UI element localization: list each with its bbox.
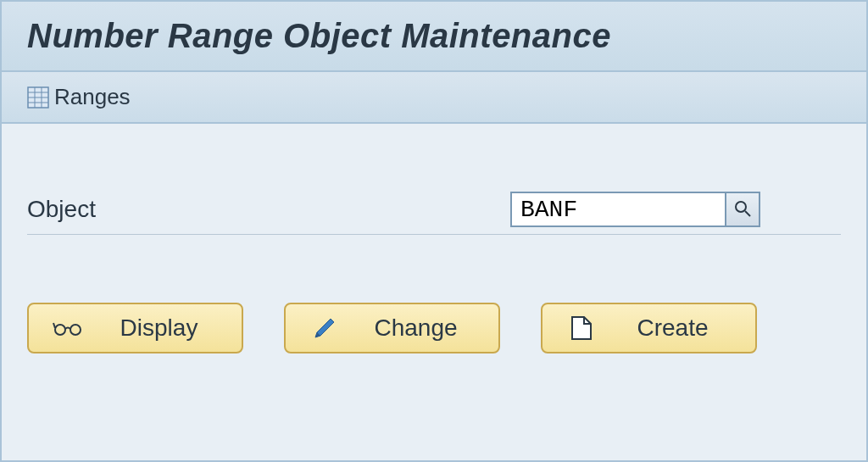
action-buttons-row: Display Change Create: [27, 303, 841, 353]
display-label: Display: [100, 314, 218, 342]
ranges-label[interactable]: Ranges: [54, 84, 131, 110]
toolbar: Ranges: [2, 72, 866, 124]
page-title: Number Range Object Maintenance: [27, 17, 841, 55]
object-label: Object: [27, 196, 510, 223]
change-button[interactable]: Change: [284, 303, 500, 353]
object-search-button[interactable]: [726, 192, 760, 227]
glasses-icon: [53, 320, 83, 337]
title-bar: Number Range Object Maintenance: [2, 2, 866, 72]
content-area: Object: [2, 124, 866, 387]
create-button[interactable]: Create: [541, 303, 757, 353]
window-frame: Number Range Object Maintenance Ranges O…: [0, 0, 868, 462]
svg-line-10: [53, 323, 55, 328]
search-icon: [733, 199, 752, 220]
object-input[interactable]: [510, 192, 726, 227]
create-label: Create: [614, 314, 732, 342]
document-icon: [566, 315, 597, 341]
svg-point-9: [70, 325, 81, 335]
svg-line-7: [745, 211, 750, 216]
svg-point-8: [55, 325, 65, 335]
pencil-icon: [309, 315, 340, 341]
object-field-row: Object: [27, 192, 841, 235]
ranges-icon: [27, 86, 49, 109]
change-label: Change: [357, 314, 475, 342]
svg-point-6: [736, 202, 746, 212]
display-button[interactable]: Display: [27, 303, 243, 353]
